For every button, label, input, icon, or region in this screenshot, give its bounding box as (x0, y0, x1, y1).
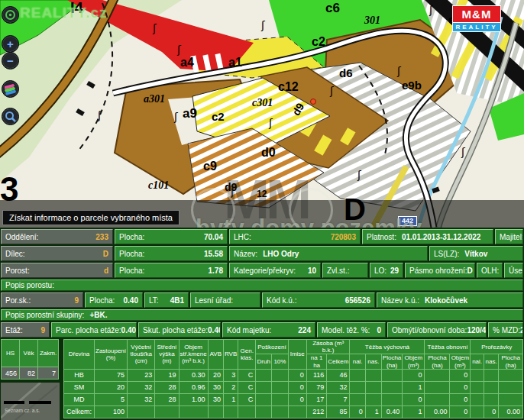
column-header: Dřevina (64, 340, 95, 370)
panel-row: Oddělení:233Plocha:70.04LHC:720803Platno… (1, 229, 523, 244)
table-cell (499, 381, 523, 393)
field-value: 10 (308, 267, 316, 275)
table-cell: 0.96 (179, 381, 208, 393)
layers-icon (5, 83, 17, 95)
field-value: 0.40 (121, 326, 136, 334)
table-cell (365, 369, 381, 381)
table-cell (499, 393, 523, 405)
field-value: 15.58 (204, 250, 223, 258)
column-header: Imise (288, 340, 306, 370)
map-canvas[interactable]: ʃʃʃ ʃʃʃ ʃʃʃ ʃʃʃ I4c6c2301a4a1a301a9c2c12… (0, 0, 524, 228)
map-logo-button[interactable] (2, 6, 19, 24)
column-header: Těžba výchovná (350, 340, 425, 354)
table-cell (350, 381, 365, 393)
table-cell: 82 (20, 367, 38, 380)
table-cell (365, 393, 381, 405)
field-label: Por.sk.: (5, 296, 31, 305)
parcel-info-panel: Oddělení:233Plocha:70.04LHC:720803Platno… (0, 228, 524, 420)
column-subheader: Objem (m³) (403, 354, 425, 369)
field-label: Platnost: (367, 233, 396, 241)
table-cell: 30 (208, 393, 223, 405)
zoom-out-button[interactable]: − (2, 52, 19, 69)
column-subheader: Plocha (ha) (499, 354, 523, 369)
table-cell (272, 405, 288, 418)
field-value: 233 (95, 233, 108, 241)
layers-button[interactable] (2, 80, 19, 98)
svg-text:ʃ: ʃ (97, 109, 102, 121)
panel-field: Kód k.ú.:656526 (262, 292, 375, 308)
field-label: Lesní úřad: (195, 296, 233, 305)
panel-field: Popis porostu: (1, 279, 523, 291)
table-row: MD532281.00301C017700 (64, 393, 523, 405)
svg-text:ʃ: ʃ (152, 22, 157, 34)
table-cell: MD (64, 393, 95, 405)
field-label: Skut. plocha etáže: (143, 326, 208, 334)
panel-row: Popis porostní skupiny:+BK. (1, 309, 523, 321)
table-cell: 19 (155, 369, 179, 381)
search-button[interactable] (2, 108, 19, 125)
panel-field: Lesní úřad: (190, 292, 260, 308)
table-cell (381, 381, 402, 393)
table-cell: 17 (306, 393, 326, 405)
panel-row: Por.sk.:9Plocha:0.40LT:4B1Lesní úřad:Kód… (1, 292, 523, 308)
table-cell: C (238, 369, 256, 381)
table-cell: 23 (128, 369, 155, 381)
svg-text:ʃ: ʃ (429, 4, 433, 16)
column-subheader: nas. (484, 354, 499, 369)
table-cell: 79 (306, 381, 326, 393)
table-cell (471, 393, 484, 405)
field-value: 1.78 (209, 267, 223, 275)
field-label: Parc. plocha etáže: (56, 326, 121, 334)
table-cell: 20 (208, 369, 223, 381)
table-cell: 28 (155, 393, 179, 405)
field-label: Popis porostu: (5, 281, 54, 289)
column-subheader: na 1 ha (306, 354, 326, 369)
field-label: Plocha: (119, 233, 144, 241)
map-attribution: Seznam cz. a.s. (5, 408, 40, 413)
field-value: d (104, 267, 108, 275)
panel-rows: Oddělení:233Plocha:70.04LHC:720803Platno… (1, 229, 523, 338)
table-cell: 30 (208, 381, 223, 393)
panel-field: Plocha:0.40 (85, 292, 143, 308)
column-subheader: nal. (471, 354, 484, 369)
table-cell: 2 (223, 381, 238, 393)
field-label: Model. těž. %: (322, 326, 370, 334)
panel-field: Plocha:1.78 (115, 263, 228, 278)
zoom-in-button[interactable]: + (2, 35, 19, 53)
panel-field: Pásmo ohrožení:D (405, 263, 475, 278)
table-cell (155, 405, 179, 418)
field-label: Etáž: (5, 326, 23, 334)
table-cell (381, 369, 402, 381)
field-value: Vítkov (464, 250, 487, 258)
svg-text:ʃ: ʃ (176, 44, 181, 56)
panel-field: Dílec:D (1, 246, 113, 261)
table-cell (238, 405, 256, 418)
svg-text:ʃ: ʃ (329, 85, 334, 97)
panel-field: LHC:720803 (229, 229, 361, 244)
table-cell: 3 (223, 369, 238, 381)
table-cell: HB (64, 369, 95, 381)
field-label: Kód k.ú.: (267, 296, 296, 305)
table-cell: 32 (327, 381, 350, 393)
logo-ring-icon (5, 9, 16, 21)
column-header: Prořezávky (471, 340, 523, 354)
field-label: LS(LZ): (434, 250, 459, 258)
panel-field: % MZD:25 (488, 322, 523, 338)
field-value: 4B1 (170, 296, 184, 305)
svg-text:ʃ: ʃ (230, 186, 235, 198)
field-value: LHO Odry (263, 250, 299, 258)
panel-field: Kód majetku:224 (222, 322, 315, 338)
field-label: Kód majetku: (227, 326, 271, 334)
panel-field: LO:29 (370, 263, 403, 278)
app-window: ʃʃʃ ʃʃʃ ʃʃʃ ʃʃʃ I4c6c2301a4a1a301a9c2c12… (0, 0, 524, 420)
table-cell: 0 (450, 393, 471, 405)
table-cell (208, 405, 223, 418)
field-label: % MZD: (493, 326, 520, 334)
svg-text:ʃ: ʃ (396, 65, 401, 77)
svg-text:ʃ: ʃ (357, 169, 361, 181)
field-label: Plocha: (89, 296, 115, 305)
table-cell (272, 381, 288, 393)
brand-logo: M&M REALITY (452, 5, 501, 32)
table-cell (381, 393, 402, 405)
table-cell: 5 (95, 393, 128, 405)
